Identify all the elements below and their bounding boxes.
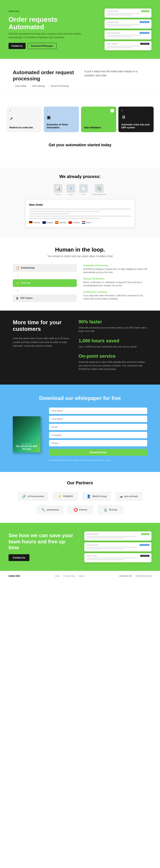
stat-hours-desc: Up to 1,000 hours per employee and year … (79, 345, 147, 348)
email-label-4: Order #18607 (107, 43, 117, 45)
stat-service-desc: Order.link saves your sales staff valuab… (79, 360, 147, 371)
footer-link-about[interactable]: About (55, 575, 60, 577)
footer-link-privacy[interactable]: Privacy Policy (63, 575, 75, 577)
wp-email[interactable] (49, 424, 147, 430)
erp-diag-icon: 🖥 (16, 297, 19, 300)
step-1: 1 ↗ Redirect to order.link (6, 106, 42, 132)
hero-title-line2: Automated (8, 23, 44, 31)
partner-eprocurement: 🔗 e.Procurement (18, 492, 48, 501)
cta-email-badge-1: Identified (141, 533, 149, 535)
flag-de-label: German (33, 221, 40, 224)
es-flag-icon (55, 221, 58, 224)
email-line (107, 35, 141, 36)
hero-left: order.link Order requests Automated Orde… (8, 10, 81, 49)
step-4: 4 🖥 Automatic entry into your ERP system (118, 106, 154, 132)
badge-label-2: Self Learning (32, 85, 45, 87)
generic-icon: ⭕ (74, 508, 78, 512)
wp-form: Download Now By submitting this form, yo… (49, 408, 147, 461)
partner-wurth: 👤 Würth Group (82, 492, 111, 501)
book-label: Get it for free (15, 443, 38, 445)
cta-left: See how we can save your team hours and … (8, 532, 76, 561)
check-icon: ✓ (110, 109, 114, 113)
download-button[interactable]: Download Now (49, 449, 147, 456)
extraction-icon: ▣ (47, 115, 76, 120)
human-diagram: 📋 Bestellanfrage ⚡ Order.link 🖥 ERP Syst… (13, 264, 77, 302)
hero-title: Order requests Automated (8, 16, 81, 31)
hero-buttons: Contact us Download Whitepaper (8, 43, 81, 49)
email-label-3: Processing Email (107, 32, 120, 34)
ep-line-5 (29, 218, 101, 219)
human-title: Human in the loop. (13, 246, 147, 253)
flag-es-label: Spanish (59, 221, 66, 224)
cta-email-label-2: Incoming Email (86, 544, 98, 546)
badge-label-1: Easy Setup (16, 85, 26, 87)
step-2: 2 ▣ Extraction of Order Information (44, 106, 79, 132)
ec-line (86, 547, 137, 548)
cta-right-mockup: Incoming Email Identified Incoming Email… (84, 531, 152, 562)
partner-wanify: 📡 W∧nify (98, 505, 123, 514)
partner-aws: ☁ aws activate (115, 492, 142, 501)
human-section: Human in the loop. You remain in control… (0, 238, 160, 311)
redirect-icon: ↗ (9, 116, 38, 121)
flag-en-label: English (47, 221, 53, 224)
partner-automotive-label: automotive (47, 508, 59, 511)
human-features: Automatic Processing AI-Artificial Intel… (83, 264, 147, 300)
stat-faster-desc: Order.link processes your incoming order… (79, 326, 147, 333)
step-num-2: 2 (47, 110, 76, 112)
cta-contact-button[interactable]: Contact Us (8, 554, 29, 561)
partner-aws-label: aws activate (124, 495, 138, 498)
badge-easy-setup: ✓ Easy Setup (13, 85, 26, 87)
footer-link-imprint[interactable]: Imprint (79, 575, 84, 577)
spacer-1 (0, 155, 160, 168)
stat-faster-value: 90% faster (79, 319, 147, 324)
partners-grid: 🔗 e.Procurement ⚡ PANDUS 👤 Würth Group ☁… (13, 492, 147, 514)
language-flags: German English Spanish Chinese Dutch (29, 221, 131, 224)
email-badge-2: Processing (140, 21, 149, 23)
diag-connector-2 (18, 289, 18, 292)
check-icon-3: ✓ (48, 85, 50, 87)
hero-subtitle: Order.link processes incoming order requ… (8, 32, 81, 39)
steps-grid: 1 ↗ Redirect to order.link 2 ▣ Extractio… (6, 106, 154, 132)
step-label-3: Data Validation (84, 126, 113, 129)
cta-email-label-1: Incoming Email (86, 533, 98, 535)
cta-email-card-2: Incoming Email Processing (84, 542, 152, 552)
de-flag-icon (29, 221, 32, 224)
ep-line-1 (29, 209, 131, 210)
feature-learn-title: Continuous Learning (83, 290, 147, 293)
email-line (107, 13, 141, 14)
email-line (107, 14, 132, 16)
footer-phone: +49 89 215 05 144 (135, 575, 152, 577)
feature-learn: Continuous Learning If you adjust the or… (83, 290, 147, 300)
email-label-1: Incoming Email (107, 10, 118, 12)
stat-faster: 90% faster Order.link processes your inc… (79, 319, 147, 333)
hero-email-mockups: Incoming Email Identified Incoming Email… (105, 8, 152, 50)
start-cta-title: Get your automation started today (0, 143, 160, 147)
wp-phone[interactable] (49, 440, 147, 446)
step-3: 3 ✓ Data Validation (81, 106, 116, 132)
whitepaper-section: Download our whitepaper for free Get it … (0, 384, 160, 472)
auto-badges: ✓ Easy Setup ✓ Self Learning ✓ Secure Pr… (13, 85, 76, 87)
ep-line-4 (29, 216, 131, 217)
uk-flag-icon (43, 221, 46, 224)
cta-email-card-1: Incoming Email Identified (84, 531, 152, 540)
wp-lastname[interactable] (49, 416, 147, 422)
mt-layout: More time for your customers order.link … (13, 319, 147, 376)
book-cover: Get it for free Die Zukunft des B2B Vert… (13, 416, 41, 453)
pdf-icon: 📄 (79, 184, 88, 193)
process-title: We already process: (13, 174, 147, 179)
process-icon-attachments: 📎 Email Attachments (92, 184, 106, 195)
partner-wanify-label: W∧nify (109, 508, 117, 511)
orderlink-icon: ⚡ (16, 281, 20, 285)
contact-button[interactable]: Contact us (8, 43, 26, 49)
diag-label-1: Bestellanfrage (21, 267, 35, 269)
whitepaper-button[interactable]: Download Whitepaper (28, 43, 56, 49)
flag-nl: Dutch (82, 221, 91, 224)
wp-firstname[interactable] (49, 408, 147, 414)
badge-label-3: Secure Processing (51, 85, 69, 87)
footer-email[interactable]: info@order.link (119, 575, 132, 577)
start-cta: Get your automation started today (0, 136, 160, 155)
feature-verify: Human Verification Where confirmation or… (83, 277, 147, 287)
wp-company[interactable] (49, 432, 147, 438)
attachment-label: Email Attachments (92, 193, 106, 195)
pdf-label: PDF (82, 193, 85, 195)
